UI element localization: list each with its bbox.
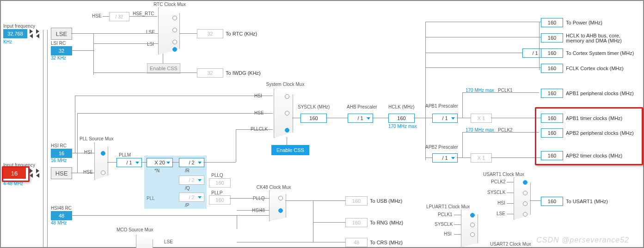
- out-fclk[interactable]: 160: [541, 64, 563, 73]
- lpuart1-opt-pclk1[interactable]: [470, 213, 475, 218]
- ck48-opt-hsi48[interactable]: [278, 208, 283, 213]
- crs-out: 48: [345, 238, 368, 247]
- rtc-mux-opt-hse[interactable]: [172, 16, 177, 20]
- sys-mux-opt-hse[interactable]: [285, 111, 289, 115]
- out-apb2-timer-lbl: APB2 timer clocks (MHz): [566, 153, 622, 158]
- ck48-mux[interactable]: [269, 190, 286, 221]
- system-clock-mux[interactable]: [274, 89, 293, 138]
- usart1-opt-sysclk[interactable]: [523, 191, 527, 195]
- hse-source-button[interactable]: HSE: [51, 167, 72, 179]
- lpuart1-pclk1: PCLK1: [438, 212, 453, 217]
- usart1-opt-lse[interactable]: [523, 212, 527, 217]
- ck48-opt-pllq[interactable]: [278, 196, 283, 200]
- usart1-out-lbl: To USART1 (MHz): [566, 199, 608, 204]
- sysclk-value[interactable]: 160: [301, 114, 327, 123]
- crs-out-lbl: To CRS (MHz): [370, 240, 403, 245]
- iwdg-out-label: To IWDG (KHz): [226, 70, 261, 76]
- usart1-title: USART1 Clock Mux: [483, 172, 524, 177]
- out-cortex-sys-lbl: To Cortex System timer (MHz): [566, 50, 634, 56]
- mco-mux[interactable]: [136, 235, 153, 248]
- out-apb1-timer[interactable]: 160: [541, 114, 563, 123]
- lse-freq-input[interactable]: 32.768: [3, 29, 27, 38]
- apb2-presc-select[interactable]: / 1: [432, 153, 458, 163]
- hsi48-rc-label: HSI48 RC: [51, 206, 72, 211]
- pllp-out: 160: [209, 195, 231, 205]
- pll-src-opt-hsi[interactable]: [101, 151, 105, 156]
- hsi-rc-value: 16: [51, 149, 72, 158]
- rtc-mux-opt-none[interactable]: [172, 47, 177, 52]
- enable-css-lse-button[interactable]: Enable CSS: [147, 63, 180, 73]
- pll-r-select[interactable]: / 2: [179, 158, 204, 167]
- pll-n-select[interactable]: X 20: [147, 158, 173, 167]
- pllm-select[interactable]: / 1: [117, 158, 142, 167]
- apb1-presc-label: APB1 Prescaler: [425, 103, 458, 109]
- pllq-out: 160: [209, 178, 231, 188]
- rtc-mux-opt-lse[interactable]: [172, 28, 177, 32]
- out-power[interactable]: 160: [541, 18, 563, 27]
- rtc-lsi-label: LSI: [147, 42, 154, 47]
- lsi-rc-unit: 32 KHz: [51, 55, 66, 60]
- out-hclk-ahb[interactable]: 160: [541, 33, 563, 42]
- usb-out: 160: [345, 196, 368, 206]
- sys-hsi: HSI: [254, 93, 262, 98]
- pllp-label: PLLP: [211, 190, 222, 195]
- clock-config-canvas: Input frequency 32.768 KHz LSE LSI RC 32…: [0, 0, 644, 248]
- rtc-div32: / 32: [109, 12, 129, 21]
- out-apb2-timer[interactable]: 160: [541, 151, 563, 160]
- rtc-mux-title: RTC Clock Mux: [149, 2, 190, 7]
- lse-input-freq-label: Input frequency: [3, 24, 35, 29]
- pll-hsi: HSI: [84, 150, 92, 155]
- pll-q-label: /Q: [185, 186, 190, 191]
- sys-mux-opt-hsi[interactable]: [285, 94, 289, 99]
- usart1-opt-pclk2[interactable]: [523, 180, 527, 185]
- lsi-rc-label: LSI RC: [51, 41, 66, 46]
- usart1-out[interactable]: 160: [541, 197, 563, 206]
- mco-lse: LSE: [164, 239, 173, 244]
- usart1-opt-hsi[interactable]: [523, 201, 527, 206]
- enable-css-sys-button[interactable]: Enable CSS: [271, 145, 309, 155]
- sys-hse: HSE: [254, 110, 264, 115]
- apb2-mult: X 1: [471, 153, 492, 163]
- lse-source-button[interactable]: LSE: [51, 28, 72, 40]
- out-hclk-ahb-lbl: HCLK to AHB bus, core, memory and DMA (M…: [566, 33, 635, 43]
- rng-out: 160: [345, 218, 368, 227]
- rtc-out-label: To RTC (KHz): [226, 31, 257, 36]
- lpuart1-opt-sysclk[interactable]: [470, 223, 475, 227]
- usart1-mux[interactable]: [514, 177, 531, 220]
- out-apb2-periph[interactable]: 160: [541, 128, 563, 138]
- out-apb1-periph-lbl: APB1 peripheral clocks (MHz): [566, 91, 634, 96]
- mco-title: MCO Source Mux: [117, 227, 153, 232]
- hclk-label: HCLK (MHz): [388, 104, 415, 109]
- usart2-title: USART2 Clock Mux: [490, 242, 531, 247]
- rtc-mux-opt-lsi[interactable]: [172, 40, 177, 44]
- out-cortex-sys[interactable]: 160: [541, 48, 563, 58]
- iwdg-out-value: 32: [197, 68, 223, 78]
- usart1-pclk2: PCLK2: [491, 179, 506, 184]
- pll-q-select[interactable]: / 2: [179, 175, 204, 185]
- pllq-label: PLLQ: [211, 173, 223, 178]
- hse-freq-input[interactable]: 16: [3, 168, 26, 179]
- hsi48-rc-value: 48: [51, 211, 72, 220]
- hse-label-rtc: HSE: [92, 13, 102, 18]
- watermark: CSDN @perseverance52: [536, 236, 629, 244]
- hclk-value[interactable]: 160: [388, 114, 415, 123]
- lpuart1-opt-hsi[interactable]: [470, 232, 475, 237]
- pll-src-opt-hse[interactable]: [101, 170, 105, 175]
- lpuart1-mux[interactable]: [461, 210, 478, 248]
- sys-mux-opt-pllclk[interactable]: [285, 128, 289, 133]
- pll-hse: HSE: [83, 169, 93, 175]
- out-apb1-periph[interactable]: 160: [541, 89, 563, 98]
- rtc-out-value: 32: [197, 29, 223, 38]
- lpuart1-sysclk: SYSCLK: [435, 222, 453, 227]
- usb-out-lbl: To USB (MHz): [370, 198, 402, 204]
- hse-input-freq-label: Input frequency: [3, 163, 35, 168]
- pll-p-select[interactable]: / 2: [179, 193, 204, 202]
- sysclk-label: SYSCLK (MHz): [298, 104, 330, 109]
- ahb-select[interactable]: / 1: [348, 114, 373, 123]
- out-fclk-lbl: FCLK Cortex clock (MHz): [566, 66, 624, 71]
- apb1-presc-select[interactable]: / 1: [432, 114, 458, 123]
- rng-out-lbl: To RNG (MHz): [370, 220, 403, 225]
- lpuart1-hsi: HSI: [444, 231, 452, 236]
- lsi-rc-value: 32: [51, 46, 72, 55]
- ahb-label: AHB Prescaler: [347, 104, 377, 109]
